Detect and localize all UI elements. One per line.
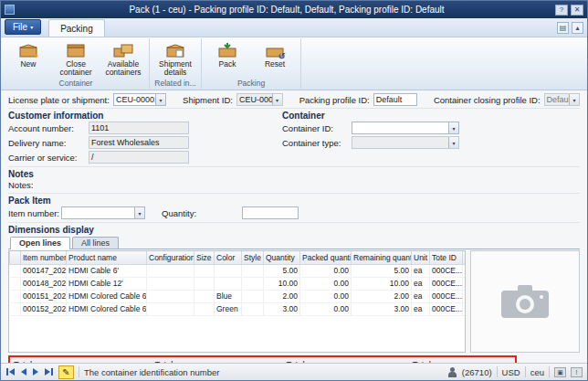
shipment-details-button[interactable]: Shipment details [152,38,199,78]
col-tote-id[interactable]: Tote ID [430,251,463,264]
help-icon[interactable]: ? [555,5,568,16]
cell-remaining-quantity: 10.00 [352,277,412,290]
row-selector[interactable] [10,290,21,302]
tab-packing[interactable]: Packing [48,19,105,37]
col-quantity[interactable]: Quantity [264,251,300,264]
close-icon[interactable]: ✕ [571,5,583,16]
close-container-button[interactable]: Close container [52,38,100,78]
ribbon-tab-row: File ▾ Packing ▤ ▴ [1,18,587,37]
cell-configuration [147,290,194,302]
chevron-down-icon[interactable]: ▾ [134,207,144,218]
col-product-name[interactable]: Product name [67,251,147,264]
carrier-value: / [89,153,188,162]
table-row[interactable]: 000152_202 HDMI Colored Cable 6' Green 3… [10,302,467,315]
company-indicator[interactable]: ceu [530,367,544,377]
cell-item-number: 000152_202 [21,302,67,315]
table-row[interactable]: 000148_202 HDMI Cable 12' 10.00 0.00 10.… [10,277,467,290]
dimensions-display-header: Dimensions display [8,222,580,235]
container-section: Container Container ID: ▾ Container type… [282,106,580,164]
cell-color [215,264,242,277]
item-image-placeholder [470,250,580,353]
dimensions-content: Item number Product name Configuration S… [8,250,580,353]
window-layout-icon[interactable]: ▤ [557,22,569,34]
cell-zone-id: Bulk [463,302,467,315]
container-header: Container [282,108,580,121]
col-size[interactable]: Size [194,251,215,264]
cell-remaining-quantity: 2.00 [352,290,412,302]
packing-profile-input[interactable]: Default [373,93,417,106]
reset-button[interactable]: ↺ Reset [251,38,299,78]
col-packed-quantity[interactable]: Packed quantity [300,251,352,264]
available-containers-button-label: Available containers [100,60,146,77]
table-row[interactable]: 000151_202 HDMI Colored Cable 6' Blue 2.… [10,290,467,302]
row-selector[interactable] [10,302,21,315]
container-type-combo[interactable]: ▾ [352,136,459,149]
container-closing-profile-label: Container closing profile ID: [434,95,541,105]
tab-all-lines[interactable]: All lines [72,237,119,249]
item-number-combo[interactable]: ▾ [61,206,145,219]
first-record-button[interactable] [5,367,16,376]
col-unit[interactable]: Unit [412,251,430,264]
col-color[interactable]: Color [215,251,242,264]
cell-item-number: 000147_202 [21,264,67,277]
chevron-down-icon[interactable]: ▾ [448,122,458,133]
chevron-down-icon[interactable]: ▾ [448,137,458,148]
box-closed-icon [67,40,85,60]
tab-open-lines[interactable]: Open lines [10,237,70,249]
row-selector[interactable] [10,277,21,290]
close-container-button-label: Close container [53,60,99,77]
cell-remaining-quantity: 3.00 [352,302,412,315]
col-selector[interactable] [10,251,21,264]
new-button[interactable]: ✦ New [5,38,52,78]
item-number-label: Item number: [8,208,61,218]
previous-record-button[interactable] [20,367,27,376]
alert-icon[interactable]: ! [571,367,583,377]
container-closing-profile-input[interactable]: Default ▾ [544,93,580,106]
cell-color: Green [215,302,242,315]
quantity-input[interactable] [242,206,299,219]
license-plate-value: CEU-000011 [114,95,155,104]
cell-tote-id: 000CE... [430,302,463,315]
lines-grid: Item number Product name Configuration S… [8,250,466,353]
available-containers-button[interactable]: Available containers [100,38,147,78]
col-zone-id[interactable]: Zone ID [463,251,467,264]
delivery-name-field[interactable]: Forest Wholesales [89,136,189,149]
pack-window: Pack (1 - ceu) - Packing profile ID: Def… [0,0,588,381]
col-configuration[interactable]: Configuration [147,251,194,264]
chevron-down-icon[interactable]: ▾ [272,94,282,105]
ribbon-group-container-label: Container [5,78,147,89]
col-style[interactable]: Style [242,251,264,264]
license-plate-input[interactable]: CEU-000011 ▾ [113,93,166,106]
account-number-field[interactable]: 1101 [89,122,189,134]
chevron-down-icon[interactable]: ▾ [569,94,579,105]
chevron-down-icon[interactable]: ▾ [155,94,165,105]
cell-color [215,277,242,290]
next-record-button[interactable] [32,367,39,376]
table-row[interactable]: 000147_202 HDMI Cable 6' 5.00 0.00 5.00 … [10,264,467,277]
col-item-number[interactable]: Item number [21,251,67,264]
currency-indicator[interactable]: USD [502,367,520,377]
cell-remaining-quantity: 5.00 [352,264,412,277]
file-menu-button[interactable]: File ▾ [5,19,41,35]
notes-label: Notes: [8,180,89,190]
shipment-id-input[interactable]: CEU-000011 ▾ [236,93,283,106]
container-id-combo[interactable]: ▾ [352,122,459,134]
carrier-field[interactable]: / [89,151,189,164]
reset-button-label: Reset [265,60,285,69]
row-selector[interactable] [10,264,21,277]
edit-record-icon[interactable]: ✎ [58,365,74,379]
col-remaining-quantity[interactable]: Remaining quantity [352,251,412,264]
cell-item-number: 000148_202 [21,277,67,290]
pack-item-header: Pack Item [8,193,580,206]
cell-unit: ea [412,302,430,315]
pack-button-label: Pack [219,60,236,69]
divider [525,366,526,377]
divider [497,366,498,377]
collapse-ribbon-icon[interactable]: ▴ [572,22,583,34]
last-record-button[interactable] [44,367,54,376]
cell-quantity: 2.00 [264,290,300,302]
pack-button[interactable]: Pack [204,38,251,78]
cell-tote-id: 000CE... [430,290,463,302]
monitor-icon[interactable]: ▣ [554,367,566,377]
cell-color: Blue [215,290,242,302]
